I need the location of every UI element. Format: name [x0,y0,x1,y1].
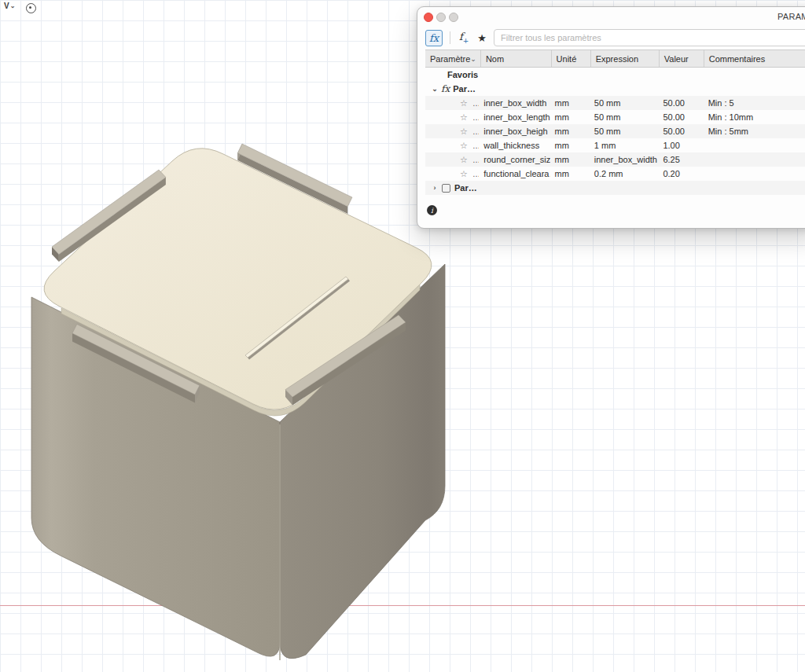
param-expression[interactable]: inner_box_width … [590,155,659,164]
close-button[interactable] [424,13,433,22]
column-header-nom[interactable]: Nom [481,50,552,67]
param-name[interactable]: inner_box_width [479,98,550,108]
fx-parameter-button[interactable]: fx [425,30,443,46]
group-row-favorites[interactable]: Favoris [425,68,805,82]
parameters-table: Paramètre⌄ Nom Unité Expression Valeur C… [425,50,805,195]
row-ellipsis: … [472,170,479,178]
column-header-valeur[interactable]: Valeur [660,50,704,67]
param-comment[interactable]: Min : 5 [704,98,805,108]
param-name[interactable]: round_corner_size [479,155,550,164]
parameter-row[interactable]: ☆… inner_box_heigh mm 50 mm 50.00 Min : … [425,124,805,138]
row-ellipsis: … [472,99,479,108]
viewport-corner-controls: V⌄ [4,2,36,13]
group-row-model-parameters[interactable]: › Par… [425,181,805,195]
group-label: Favoris [447,70,478,79]
param-value: 0.20 [658,169,703,178]
param-value: 50.00 [658,127,703,136]
favorite-star-icon[interactable]: ☆ [460,127,468,136]
param-comment[interactable]: Min : 10mm [704,112,805,122]
column-header-unite[interactable]: Unité [552,50,591,67]
column-header-expression[interactable]: Expression [591,50,660,67]
param-comment[interactable]: Min : 5mm [704,127,805,136]
parameter-row[interactable]: ☆… inner_box_width mm 50 mm 50.00 Min : … [425,96,805,110]
param-unit[interactable]: mm [550,169,590,178]
favorites-filter-button[interactable]: ★ [477,32,487,44]
param-expression[interactable]: 50 mm [590,98,659,108]
browser-toggle[interactable]: V⌄ [4,2,15,11]
column-header-label: Paramètre [430,54,470,64]
favorite-star-icon[interactable]: ☆ [460,156,468,164]
param-value: 50.00 [658,98,703,108]
filter-input[interactable] [494,29,805,46]
browser-toggle-label: V [4,2,9,10]
dialog-titlebar[interactable]: PARAMÈTRES [417,7,805,26]
folder-icon [442,184,450,193]
param-value: 50.00 [658,112,703,122]
plus-icon: + [463,37,469,45]
fx-icon: fx [441,83,450,94]
param-name[interactable]: inner_box_heigh [479,127,550,136]
param-unit[interactable]: mm [550,141,590,150]
group-label: Par… [453,84,476,94]
param-unit[interactable]: mm [550,98,590,108]
chevron-down-icon: ⌄ [470,55,476,63]
favorite-star-icon[interactable]: ☆ [460,113,468,122]
collapse-chevron-icon[interactable]: ⌄ [430,85,439,93]
param-value: 6.25 [658,155,703,164]
info-icon[interactable]: i [427,205,437,215]
parameter-row[interactable]: ☆… inner_box_length mm 50 mm 50.00 Min :… [425,110,805,124]
toolbar-divider [450,31,450,44]
group-label: Par… [454,183,477,193]
group-row-user-parameters[interactable]: ⌄ fx Par… [425,82,805,96]
parameters-dialog: PARAMÈTRES fx f+ ★ Paramètre⌄ Nom Unité … [417,6,805,229]
param-expression[interactable]: 0.2 mm [590,169,659,178]
parameter-row[interactable]: ☆… wall_thickness mm 1 mm 1.00 [425,138,805,152]
origin-indicator-icon[interactable] [26,3,36,13]
row-ellipsis: … [472,156,479,164]
dialog-toolbar: fx f+ ★ [417,26,805,50]
row-ellipsis: … [472,127,479,136]
param-name[interactable]: inner_box_length [479,112,550,122]
parameter-row[interactable]: ☆… functional_cleara… mm 0.2 mm 0.20 [425,167,805,181]
expand-chevron-icon[interactable]: › [430,184,439,192]
zoom-button[interactable] [449,13,458,22]
param-unit[interactable]: mm [550,127,590,136]
chevron-down-icon: ⌄ [10,2,16,9]
add-parameter-button[interactable]: f+ [458,31,470,45]
row-ellipsis: … [472,113,479,122]
param-unit[interactable]: mm [550,155,590,164]
parameter-row[interactable]: ☆… round_corner_size mm inner_box_width … [425,152,805,167]
param-expression[interactable]: 50 mm [590,112,659,122]
param-expression[interactable]: 50 mm [590,127,659,136]
param-value: 1.00 [658,141,703,150]
param-name[interactable]: functional_cleara… [479,169,550,178]
minimize-button[interactable] [436,13,446,22]
favorite-star-icon[interactable]: ☆ [460,170,468,178]
column-header-commentaires[interactable]: Commentaires [704,50,805,67]
param-unit[interactable]: mm [550,112,590,122]
favorite-star-icon[interactable]: ☆ [460,99,468,108]
column-header-parametre[interactable]: Paramètre⌄ [425,50,481,67]
param-name[interactable]: wall_thickness [479,141,550,150]
param-expression[interactable]: 1 mm [590,141,659,150]
row-ellipsis: … [472,141,479,150]
dialog-title: PARAMÈTRES [777,12,805,21]
favorite-star-icon[interactable]: ☆ [460,141,468,150]
table-header: Paramètre⌄ Nom Unité Expression Valeur C… [425,50,805,68]
